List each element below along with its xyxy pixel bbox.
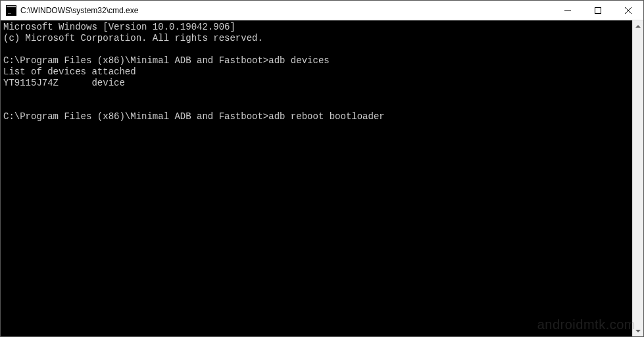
scroll-up-arrow[interactable] xyxy=(633,20,643,32)
terminal-output[interactable]: Microsoft Windows [Version 10.0.19042.90… xyxy=(1,20,632,336)
svg-text:_: _ xyxy=(8,8,11,14)
chevron-up-icon xyxy=(635,25,641,28)
terminal-line xyxy=(3,100,630,111)
terminal-line: Microsoft Windows [Version 10.0.19042.90… xyxy=(3,22,630,33)
terminal-line: List of devices attached xyxy=(3,66,630,78)
titlebar[interactable]: _ C:\WINDOWS\system32\cmd.exe xyxy=(1,1,643,20)
window-title: C:\WINDOWS\system32\cmd.exe xyxy=(20,6,553,15)
minimize-icon xyxy=(564,7,571,14)
chevron-down-icon xyxy=(635,330,641,332)
cmd-window: _ C:\WINDOWS\system32\cmd.exe xyxy=(0,0,644,337)
window-controls xyxy=(553,1,643,20)
terminal-line: C:\Program Files (x86)\Minimal ADB and F… xyxy=(3,111,630,122)
terminal-line xyxy=(3,44,630,55)
scroll-track[interactable] xyxy=(633,32,643,325)
terminal-line: YT9115J74Z device xyxy=(3,78,630,89)
maximize-button[interactable] xyxy=(583,1,613,20)
svg-marker-8 xyxy=(635,330,641,332)
terminal-line: C:\Program Files (x86)\Minimal ADB and F… xyxy=(3,55,630,66)
maximize-icon xyxy=(595,7,601,14)
close-icon xyxy=(625,7,632,14)
svg-marker-7 xyxy=(635,25,641,28)
svg-rect-1 xyxy=(7,6,16,7)
terminal-line xyxy=(3,89,630,100)
scroll-down-arrow[interactable] xyxy=(633,325,643,336)
cmd-icon: _ xyxy=(6,5,16,16)
content-wrap: Microsoft Windows [Version 10.0.19042.90… xyxy=(1,20,643,336)
svg-rect-4 xyxy=(595,8,601,14)
vertical-scrollbar[interactable] xyxy=(632,20,643,336)
terminal-line: (c) Microsoft Corporation. All rights re… xyxy=(3,33,630,44)
minimize-button[interactable] xyxy=(553,1,583,20)
close-button[interactable] xyxy=(613,1,643,20)
